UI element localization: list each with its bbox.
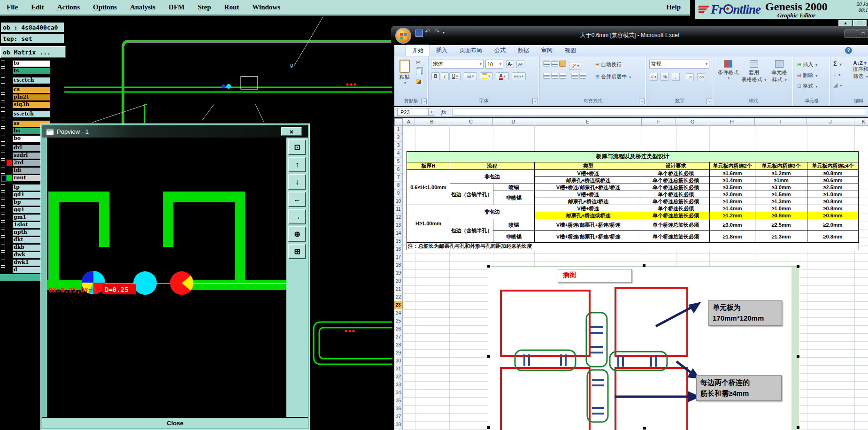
table-cell[interactable]: V槽+桥连/邮票孔+桥连/桥连 bbox=[535, 219, 642, 231]
row-header-23[interactable]: 23 bbox=[394, 301, 403, 309]
autosum-button[interactable]: Σ ▾ bbox=[833, 60, 841, 67]
save-icon[interactable] bbox=[415, 30, 423, 37]
table-cell[interactable]: ≥1.2mm bbox=[755, 170, 807, 177]
align-right-icon[interactable] bbox=[559, 73, 566, 79]
clipboard-dialog-launcher[interactable]: ↘ bbox=[421, 99, 427, 104]
excel-titlebar[interactable]: ↶ ↷ ▾ 大于0.6mm [兼容模式] - Microsoft Excel –… bbox=[391, 26, 868, 45]
selection-handle[interactable] bbox=[643, 264, 645, 267]
table-cell[interactable]: ≥2.5mm bbox=[807, 184, 859, 191]
format-painter-icon[interactable] bbox=[416, 79, 421, 84]
column-header-I[interactable]: I bbox=[755, 118, 807, 126]
paste-button[interactable]: 粘贴 ▾ bbox=[396, 59, 413, 93]
font-size-select[interactable]: 10▾ bbox=[485, 60, 503, 69]
table-cell[interactable]: 非喷锡 bbox=[493, 191, 535, 205]
name-box-dropdown-icon[interactable]: ▾ bbox=[428, 108, 435, 116]
table-cell[interactable]: ≥2.5mm bbox=[755, 219, 807, 231]
sort-filter-button[interactable]: A↓Z▼ 排序和筛选 ▾ bbox=[850, 60, 868, 80]
undo-icon[interactable]: ↶ bbox=[425, 28, 430, 35]
wrap-text-button[interactable]: ⊟ 自动换行 bbox=[595, 61, 622, 68]
row-header-34[interactable]: 34 bbox=[394, 389, 403, 397]
redo-icon[interactable]: ↷ bbox=[434, 28, 440, 35]
cut-icon[interactable]: ✂ bbox=[416, 59, 421, 66]
table-cell[interactable]: V槽+桥连/邮票孔+桥连/桥连 bbox=[535, 231, 642, 243]
row-header-20[interactable]: 20 bbox=[394, 277, 403, 285]
table-cell[interactable]: 邮票孔+桥连或桥连 bbox=[535, 212, 642, 219]
table-cell[interactable]: 包边（含铣半孔） bbox=[450, 184, 493, 205]
table-cell[interactable]: ≥2.0mm bbox=[710, 191, 755, 198]
table-cell[interactable]: ≥0.8mm bbox=[755, 212, 807, 219]
cell-styles-button[interactable]: 单元格样式 ▾ bbox=[768, 60, 791, 83]
table-cell[interactable]: ≥3.0mm bbox=[710, 219, 755, 231]
align-bottom-icon[interactable] bbox=[559, 61, 566, 67]
table-cell[interactable]: 非包边 bbox=[450, 170, 535, 184]
tab-页面布局[interactable]: 页面布局 bbox=[453, 45, 488, 56]
row-header-7[interactable]: 7 bbox=[394, 174, 403, 182]
popview-tool-pan-down-icon[interactable]: ↓ bbox=[288, 174, 306, 190]
phonetic-button[interactable]: wén▾ bbox=[512, 72, 526, 80]
table-cell[interactable]: 单个桥连总筋长必须 bbox=[642, 184, 710, 191]
tab-视图[interactable]: 视图 bbox=[559, 45, 582, 56]
row-header-36[interactable]: 36 bbox=[394, 405, 403, 413]
valign-buttons[interactable]: ab▾ bbox=[543, 60, 582, 70]
fx-icon[interactable]: fx bbox=[441, 108, 446, 116]
fill-color-button[interactable]: ▾ bbox=[480, 72, 493, 80]
formula-input[interactable] bbox=[453, 108, 866, 116]
row-header-5[interactable]: 5 bbox=[394, 158, 403, 166]
tab-审阅[interactable]: 审阅 bbox=[535, 45, 559, 56]
row-header-21[interactable]: 21 bbox=[394, 285, 403, 293]
delete-cells-button[interactable]: ⊟ 删除 ▾ bbox=[797, 72, 817, 79]
table-cell[interactable]: 喷锡 bbox=[493, 219, 535, 231]
italic-button[interactable]: I bbox=[441, 72, 449, 80]
row-header-25[interactable]: 25 bbox=[394, 317, 403, 325]
popview-tool-zoom-grid-icon[interactable]: ⊞ bbox=[288, 244, 306, 259]
increase-decimal-button[interactable]: .0 bbox=[686, 73, 694, 81]
table-cell[interactable]: ≥1.8mm bbox=[710, 231, 755, 243]
column-header-F[interactable]: F bbox=[642, 118, 676, 126]
popview-titlebar[interactable]: Popview - 1 × bbox=[42, 125, 308, 138]
table-cell[interactable]: ≥1.3mm bbox=[755, 198, 807, 205]
bold-button[interactable]: B bbox=[431, 72, 440, 80]
row-header-12[interactable]: 12 bbox=[394, 214, 403, 222]
row-header-11[interactable]: 11 bbox=[394, 206, 403, 214]
row-header-18[interactable]: 18 bbox=[394, 261, 403, 269]
selection-handle[interactable] bbox=[487, 355, 490, 358]
number-dialog-launcher[interactable]: ↘ bbox=[707, 99, 712, 104]
row-header-13[interactable]: 13 bbox=[394, 222, 403, 230]
selection-handle[interactable] bbox=[797, 355, 799, 358]
table-cell[interactable]: ≥1.0mm bbox=[807, 191, 859, 198]
table-cell[interactable]: ≥3.0mm bbox=[755, 184, 807, 191]
align-center-icon[interactable] bbox=[551, 73, 558, 79]
comma-button[interactable]: , bbox=[672, 73, 680, 81]
column-header-E[interactable]: E bbox=[534, 118, 642, 126]
minimize-button[interactable]: – bbox=[845, 30, 857, 38]
table-cell[interactable]: 单个桥连总筋长必须 bbox=[642, 177, 710, 184]
column-header-J[interactable]: J bbox=[807, 118, 854, 126]
table-cell[interactable]: ≥2.0mm bbox=[807, 219, 859, 231]
align-middle-icon[interactable] bbox=[551, 61, 558, 67]
copy-icon[interactable] bbox=[416, 69, 422, 75]
row-header-19[interactable]: 19 bbox=[394, 269, 403, 277]
table-cell[interactable]: V槽+桥连 bbox=[535, 205, 642, 212]
insert-cells-button[interactable]: ⊞ 插入 ▾ bbox=[797, 61, 817, 68]
row-header-6[interactable]: 6 bbox=[394, 166, 403, 174]
name-box[interactable]: P23 bbox=[397, 108, 428, 116]
row-header-1[interactable]: 1 bbox=[394, 126, 403, 134]
column-header-D[interactable]: D bbox=[493, 118, 534, 126]
tab-公式[interactable]: 公式 bbox=[488, 45, 512, 56]
table-cell[interactable]: 单个桥连长必须 bbox=[642, 170, 710, 177]
tab-插入[interactable]: 插入 bbox=[430, 45, 453, 56]
popview-tool-pan-left-icon[interactable]: ← bbox=[288, 192, 306, 207]
row-header-17[interactable]: 17 bbox=[394, 253, 403, 261]
table-cell[interactable]: V槽+桥连 bbox=[535, 170, 642, 177]
table-cell[interactable]: ≥1.0mm bbox=[755, 205, 807, 212]
row-header-29[interactable]: 29 bbox=[394, 349, 403, 357]
table-cell[interactable]: 喷锡 bbox=[493, 184, 535, 191]
format-as-table-button[interactable]: 套用表格格式 ▾ bbox=[741, 60, 767, 83]
merge-center-button[interactable]: ⊞ 合并后居中 ▾ bbox=[595, 73, 631, 80]
decrease-indent-icon[interactable] bbox=[571, 73, 578, 79]
row-header-35[interactable]: 35 bbox=[394, 397, 403, 405]
increase-indent-icon[interactable] bbox=[579, 73, 586, 79]
qat-dropdown-icon[interactable]: ▾ bbox=[443, 31, 445, 35]
alignment-dialog-launcher[interactable]: ↘ bbox=[639, 99, 645, 104]
table-cell[interactable]: H≥1.00mm bbox=[407, 205, 450, 243]
